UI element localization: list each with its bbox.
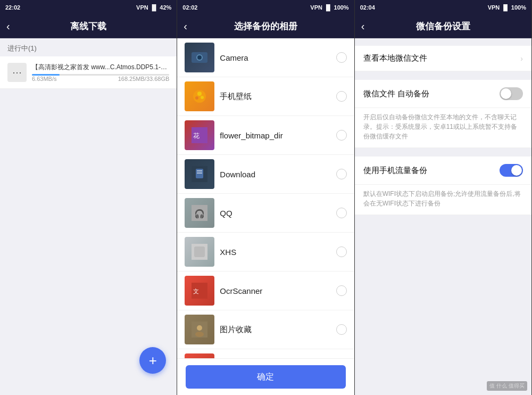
file-icon: ⋯ (7, 63, 27, 82)
album-radio-ocr[interactable] (336, 285, 347, 296)
confirm-button[interactable]: 确定 (186, 365, 345, 389)
page-title-3: 微信备份设置 (416, 20, 470, 32)
signal-2: ▐▌ (324, 4, 332, 11)
vpn-label-2: VPN (310, 4, 322, 11)
auto-backup-label: 微信文件 自动备份 (363, 89, 429, 99)
toggle-knob-mobile (511, 165, 522, 176)
mobile-backup-toggle[interactable] (500, 164, 523, 177)
svg-point-21 (195, 332, 204, 337)
vpn-label-1: VPN (136, 4, 148, 11)
view-local-files-label: 查看本地微信文件 (363, 53, 427, 63)
album-radio-xhs[interactable] (336, 246, 347, 257)
list-item[interactable]: Download (177, 155, 354, 194)
album-radio-qq[interactable] (336, 208, 347, 218)
album-thumb-favorites (185, 315, 214, 344)
album-thumb-more (185, 353, 214, 358)
chevron-right-icon: › (520, 54, 523, 63)
mobile-backup-label: 使用手机流量备份 (363, 166, 427, 176)
album-name-qq: QQ (220, 209, 330, 218)
list-item[interactable]: 🎧 QQ (177, 194, 354, 233)
svg-rect-11 (197, 170, 202, 171)
svg-rect-16 (194, 246, 205, 257)
watermark: 值 什么 值得买 (487, 381, 527, 391)
album-list: Camera 手机壁纸 花 flower_bitmap_dir Download (177, 38, 354, 358)
status-bar-1: 22:02 VPN ▐▌ 42% (0, 0, 177, 15)
status-time-1: 22:02 (5, 4, 20, 11)
status-right-2: VPN ▐▌ 100% (310, 4, 348, 11)
album-thumb-camera (185, 43, 214, 72)
album-thumb-ocr: 文 (185, 276, 214, 306)
view-local-files-item[interactable]: 查看本地微信文件 › (355, 46, 531, 71)
settings-group-local: 查看本地微信文件 › (355, 46, 531, 71)
status-bar-3: 02:04 VPN ▐▌ 100% (355, 0, 531, 15)
section-title: 进行中(1) (0, 38, 177, 56)
svg-text:🎧: 🎧 (194, 209, 205, 219)
svg-point-4 (197, 92, 202, 96)
status-time-2: 02:02 (182, 4, 197, 11)
album-thumb-qq: 🎧 (185, 198, 214, 228)
svg-point-6 (201, 96, 204, 99)
battery-3: 100% (511, 4, 526, 11)
status-time-3: 02:04 (360, 4, 375, 11)
svg-rect-12 (197, 172, 202, 174)
page-title-1: 离线下载 (70, 20, 106, 32)
mobile-backup-description: 默认在WIFI状态下启动启用备份;允许使用流量备份后,将会在无WIFI状态下进行… (355, 185, 531, 215)
download-speed: 6.63MB/s (32, 76, 56, 82)
back-button-3[interactable]: ‹ (361, 20, 365, 32)
album-radio-flower[interactable] (336, 130, 347, 141)
header-bar-1: ‹ 离线下载 (0, 15, 177, 38)
battery-2: 100% (334, 4, 349, 11)
wechat-backup-settings-panel: 02:04 VPN ▐▌ 100% ‹ 微信备份设置 查看本地微信文件 › 微信… (355, 0, 532, 395)
signal-3: ▐▌ (501, 4, 510, 11)
list-item[interactable]: Camera (177, 38, 354, 77)
list-item[interactable]: 文 OcrScanner (177, 271, 354, 310)
status-bar-2: 02:02 VPN ▐▌ 100% (177, 0, 354, 15)
download-item[interactable]: ⋯ 【高清影视之家首发 www...C.Atmos.DDP5.1-HETHD 6… (0, 56, 177, 89)
toggle-knob-auto (501, 88, 511, 99)
mobile-backup-toggle-row: 使用手机流量备份 (355, 157, 531, 185)
download-meta: 6.63MB/s 168.25MB/33.68GB (32, 76, 169, 82)
album-name-xhs: XHS (220, 248, 330, 257)
page-title-2: 选择备份的相册 (234, 20, 297, 32)
settings-content: 查看本地微信文件 › 微信文件 自动备份 开启后仅自动备份微信文件至本地的文件，… (355, 38, 531, 395)
album-thumb-wallpaper (185, 81, 214, 111)
album-thumb-xhs (185, 237, 214, 267)
fab-add-button[interactable]: + (139, 347, 166, 374)
back-button-1[interactable]: ‹ (6, 20, 10, 32)
album-thumb-flower: 花 (185, 120, 214, 150)
offline-download-panel: 22:02 VPN ▐▌ 42% ‹ 离线下载 进行中(1) ⋯ 【高清影视之家… (0, 0, 177, 395)
list-item[interactable]: 手机壁纸 (177, 77, 354, 116)
album-radio-camera[interactable] (336, 52, 347, 63)
download-name: 【高清影视之家首发 www...C.Atmos.DDP5.1-HETHD (32, 63, 169, 72)
status-right-1: VPN ▐▌ 42% (136, 4, 171, 11)
album-name-ocr: OcrScanner (220, 286, 330, 295)
album-radio-download[interactable] (336, 169, 347, 179)
list-item[interactable] (177, 349, 354, 358)
download-progress-text: 168.25MB/33.68GB (118, 76, 170, 82)
signal-1: ▐▌ (150, 4, 159, 11)
back-button-2[interactable]: ‹ (184, 20, 187, 32)
svg-text:花: 花 (193, 132, 200, 139)
battery-1: 42% (160, 4, 171, 11)
auto-backup-toggle[interactable] (500, 87, 523, 100)
list-item[interactable]: XHS (177, 233, 354, 271)
svg-text:文: 文 (193, 288, 199, 294)
svg-point-2 (197, 55, 202, 60)
header-bar-3: ‹ 微信备份设置 (355, 15, 531, 38)
svg-point-20 (197, 325, 202, 331)
list-item[interactable]: 图片收藏 (177, 310, 354, 349)
confirm-btn-wrap: 确定 (177, 358, 354, 395)
album-picker-panel: 02:02 VPN ▐▌ 100% ‹ 选择备份的相册 Camera 手机壁纸 (177, 0, 354, 395)
vpn-label-3: VPN (488, 4, 500, 11)
settings-group-mobile-backup: 使用手机流量备份 默认在WIFI状态下启动启用备份;允许使用流量备份后,将会在无… (355, 157, 531, 215)
album-radio-wallpaper[interactable] (336, 91, 347, 102)
album-thumb-download (185, 159, 214, 189)
album-name-wallpaper: 手机壁纸 (220, 92, 330, 102)
album-radio-favorites[interactable] (336, 324, 347, 335)
album-name-favorites: 图片收藏 (220, 325, 330, 335)
list-item[interactable]: 花 flower_bitmap_dir (177, 116, 354, 155)
header-bar-2: ‹ 选择备份的相册 (177, 15, 354, 38)
settings-group-auto-backup: 微信文件 自动备份 开启后仅自动备份微信文件至本地的文件，不含聊天记录。提示：受… (355, 80, 531, 148)
status-right-3: VPN ▐▌ 100% (488, 4, 526, 11)
album-name-camera: Camera (220, 53, 330, 62)
